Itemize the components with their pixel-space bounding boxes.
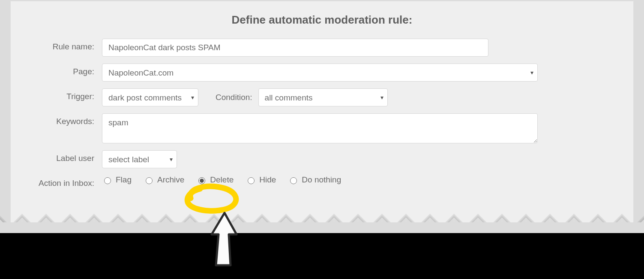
delete-radio[interactable] — [198, 177, 205, 184]
action-radio-group: Flag Archive Delete Hide — [102, 175, 341, 185]
do-nothing-radio-label: Do nothing — [302, 175, 341, 185]
moderation-rule-panel: Define automatic moderation rule: Rule n… — [10, 1, 634, 247]
flag-radio-label: Flag — [116, 175, 132, 185]
hide-radio[interactable] — [248, 177, 255, 184]
row-rule-name: Rule name: — [27, 39, 617, 57]
rule-name-input[interactable] — [102, 39, 488, 57]
row-page: Page: NapoleonCat.com — [27, 64, 617, 82]
row-trigger: Trigger: dark post comments Condition: a… — [27, 88, 617, 106]
row-action-in-inbox: Action in Inbox: Flag Archive Delete — [27, 175, 617, 188]
trigger-select[interactable]: dark post comments — [102, 88, 198, 106]
row-label-user: Label user select label — [27, 150, 617, 168]
condition-select[interactable]: all comments — [258, 88, 388, 106]
keywords-input[interactable] — [102, 113, 538, 143]
hide-radio-item[interactable]: Hide — [246, 175, 276, 185]
page-select[interactable]: NapoleonCat.com — [102, 64, 538, 82]
label-page: Page: — [27, 64, 102, 76]
do-nothing-radio[interactable] — [290, 177, 297, 184]
label-action-in-inbox: Action in Inbox: — [27, 175, 102, 188]
label-keywords: Keywords: — [27, 113, 102, 126]
archive-radio-label: Archive — [157, 175, 184, 185]
delete-radio-label: Delete — [210, 175, 234, 185]
row-keywords: Keywords: — [27, 113, 617, 143]
label-rule-name: Rule name: — [27, 39, 102, 52]
flag-radio-item[interactable]: Flag — [102, 175, 132, 185]
panel-title: Define automatic moderation rule: — [27, 13, 617, 27]
screen-root: Define automatic moderation rule: Rule n… — [0, 0, 644, 279]
label-label-user: Label user — [27, 150, 102, 163]
label-user-select[interactable]: select label — [102, 150, 177, 168]
archive-radio[interactable] — [146, 177, 153, 184]
delete-radio-item[interactable]: Delete — [196, 175, 234, 185]
do-nothing-radio-item[interactable]: Do nothing — [288, 175, 341, 185]
bottom-black-strip — [0, 233, 644, 279]
flag-radio[interactable] — [104, 177, 111, 184]
label-trigger: Trigger: — [27, 88, 102, 101]
hide-radio-label: Hide — [259, 175, 276, 185]
label-condition: Condition: — [216, 93, 252, 102]
archive-radio-item[interactable]: Archive — [144, 175, 184, 185]
